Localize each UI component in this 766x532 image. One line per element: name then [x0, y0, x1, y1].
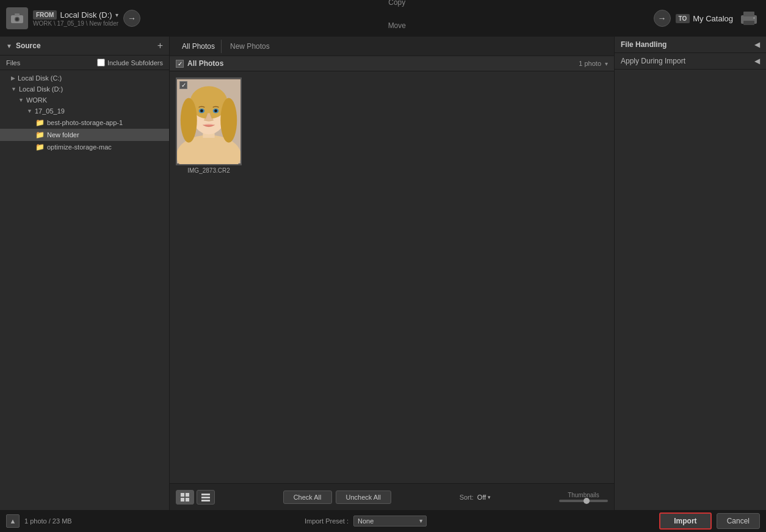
- svg-rect-23: [201, 494, 210, 495]
- source-dropdown-icon[interactable]: ▾: [115, 12, 118, 18]
- file-handling-collapse-arrow[interactable]: ◀: [754, 40, 760, 49]
- source-path: WORK \ 17_05_19 \ New folder: [33, 20, 118, 27]
- import-preset-select[interactable]: None: [353, 516, 427, 527]
- tree-item-best-photo[interactable]: 📁 best-photo-storage-app-1: [0, 117, 169, 129]
- apply-during-import-label: Apply During Import: [621, 57, 685, 65]
- files-label: Files: [6, 59, 20, 66]
- thumbnail-slider-knob[interactable]: [584, 498, 590, 504]
- sort-dropdown-icon[interactable]: ▾: [488, 494, 491, 500]
- files-row: Files Include Subfolders: [0, 56, 169, 70]
- drive-d-tri: ▼: [11, 86, 16, 92]
- apply-during-import-collapse-arrow[interactable]: ◀: [754, 57, 760, 65]
- svg-rect-21: [181, 498, 184, 501]
- svg-rect-6: [743, 21, 754, 25]
- tab-all-photos[interactable]: All Photos: [176, 40, 222, 53]
- sort-area: Sort: Off ▾: [460, 494, 491, 501]
- all-photos-checkbox[interactable]: [176, 60, 184, 68]
- status-expand-arrow[interactable]: ▲: [6, 514, 20, 528]
- photo-count-arrow[interactable]: ▾: [605, 60, 608, 67]
- photo-thumbnail-1[interactable]: [176, 77, 242, 165]
- source-disk-name[interactable]: Local Disk (D:): [60, 10, 112, 20]
- printer-icon[interactable]: [738, 7, 760, 29]
- check-all-button[interactable]: Check All: [283, 491, 332, 504]
- folder-icon-1: 📁: [35, 118, 45, 127]
- tree-item-new-folder[interactable]: 📁 New folder: [0, 129, 169, 141]
- photo-filename-1: IMG_2873.CR2: [187, 167, 229, 174]
- svg-point-2: [16, 18, 19, 21]
- svg-rect-5: [743, 12, 754, 16]
- all-photos-label: All Photos: [187, 59, 223, 68]
- view-buttons: [176, 490, 215, 505]
- date-tri: ▼: [27, 108, 32, 114]
- tab-move[interactable]: Move: [385, 20, 410, 31]
- svg-point-13: [181, 98, 197, 142]
- source-panel-title: ▼ Source: [6, 41, 41, 50]
- bottom-toolbar: Check All Uncheck All Sort: Off ▾ Thumbn…: [170, 483, 614, 510]
- list-view-button[interactable]: [197, 490, 215, 505]
- status-center: Import Preset : None: [305, 516, 427, 527]
- cancel-button[interactable]: Cancel: [717, 513, 760, 529]
- drive-d-label: Local Disk (D:): [19, 85, 63, 93]
- photo-info-text: 1 photo / 23 MB: [24, 517, 72, 525]
- action-buttons: Check All Uncheck All: [283, 491, 391, 504]
- tree-item-drive-d[interactable]: ▼ Local Disk (D:): [0, 84, 169, 95]
- preset-wrapper[interactable]: None: [353, 516, 427, 527]
- date-label: 17_05_19: [35, 107, 65, 115]
- file-tree: ▶ Local Disk (C:) ▼ Local Disk (D:) ▼ WO…: [0, 70, 169, 510]
- tab-new-photos[interactable]: New Photos: [224, 40, 276, 53]
- uncheck-all-button[interactable]: Uncheck All: [336, 491, 391, 504]
- dest-nav-arrow[interactable]: →: [654, 10, 671, 27]
- status-left: ▲ 1 photo / 23 MB: [6, 514, 72, 528]
- work-label: WORK: [26, 96, 47, 104]
- file-handling-header: File Handling ◀: [615, 37, 766, 53]
- file-handling-label: File Handling: [621, 40, 667, 49]
- left-panel: ▼ Source + Files Include Subfolders ▶ Lo…: [0, 37, 170, 510]
- status-bar: ▲ 1 photo / 23 MB Import Preset : None I…: [0, 510, 766, 532]
- svg-rect-22: [186, 498, 189, 501]
- svg-rect-7: [753, 17, 755, 19]
- source-add-button[interactable]: +: [157, 40, 163, 51]
- apply-during-import-header: Apply During Import ◀: [615, 53, 766, 70]
- source-panel-header: ▼ Source +: [0, 37, 169, 56]
- center-tabs: All Photos New Photos: [170, 37, 614, 56]
- from-badge: FROM: [33, 10, 57, 20]
- import-button[interactable]: Import: [659, 512, 711, 530]
- photo-item-1[interactable]: IMG_2873.CR2: [176, 77, 242, 174]
- source-nav-arrow[interactable]: →: [123, 10, 140, 27]
- sort-value-display[interactable]: Off ▾: [477, 494, 491, 501]
- status-right: Import Cancel: [659, 512, 760, 530]
- include-subfolders-checkbox[interactable]: [97, 59, 105, 66]
- sort-value-text: Off: [477, 494, 486, 501]
- photo-checkbox-1[interactable]: [179, 81, 187, 89]
- source-section: FROM Local Disk (D:) ▾ WORK \ 17_05_19 \…: [6, 7, 140, 29]
- top-bar: FROM Local Disk (D:) ▾ WORK \ 17_05_19 \…: [0, 0, 766, 37]
- right-panel: File Handling ◀ Apply During Import ◀: [615, 37, 766, 510]
- thumbnail-size-slider[interactable]: [559, 500, 608, 502]
- include-subfolders-label[interactable]: Include Subfolders: [97, 59, 163, 66]
- best-photo-label: best-photo-storage-app-1: [47, 119, 123, 126]
- tree-item-work[interactable]: ▼ WORK: [0, 95, 169, 106]
- photo-count: 1 photo: [579, 60, 601, 67]
- folder-icon-2: 📁: [35, 131, 45, 139]
- all-photos-bar-left: All Photos: [176, 59, 223, 68]
- dest-catalog-name[interactable]: My Catalog: [693, 14, 733, 23]
- thumbnails-label: Thumbnails: [568, 492, 599, 498]
- all-photos-bar: All Photos 1 photo ▾: [170, 56, 614, 71]
- destination-section: → TO My Catalog: [654, 7, 760, 29]
- tab-copy[interactable]: Copy: [385, 0, 409, 8]
- drive-c-label: Local Disk (C:): [18, 74, 62, 82]
- sort-label: Sort:: [460, 494, 474, 501]
- svg-point-14: [220, 98, 237, 142]
- svg-rect-3: [15, 13, 20, 16]
- work-tri: ▼: [18, 97, 24, 103]
- tree-item-17-05-19[interactable]: ▼ 17_05_19: [0, 106, 169, 117]
- tree-item-optimize[interactable]: 📁 optimize-storage-mac: [0, 141, 169, 153]
- optimize-label: optimize-storage-mac: [47, 143, 112, 151]
- tree-item-drive-c[interactable]: ▶ Local Disk (C:): [0, 73, 169, 84]
- source-collapse-triangle[interactable]: ▼: [6, 43, 12, 49]
- source-camera-icon: [6, 7, 28, 29]
- thumbnails-area: Thumbnails: [559, 492, 608, 502]
- grid-view-button[interactable]: [176, 490, 194, 505]
- all-photos-bar-right: 1 photo ▾: [579, 60, 608, 67]
- svg-rect-25: [201, 500, 210, 501]
